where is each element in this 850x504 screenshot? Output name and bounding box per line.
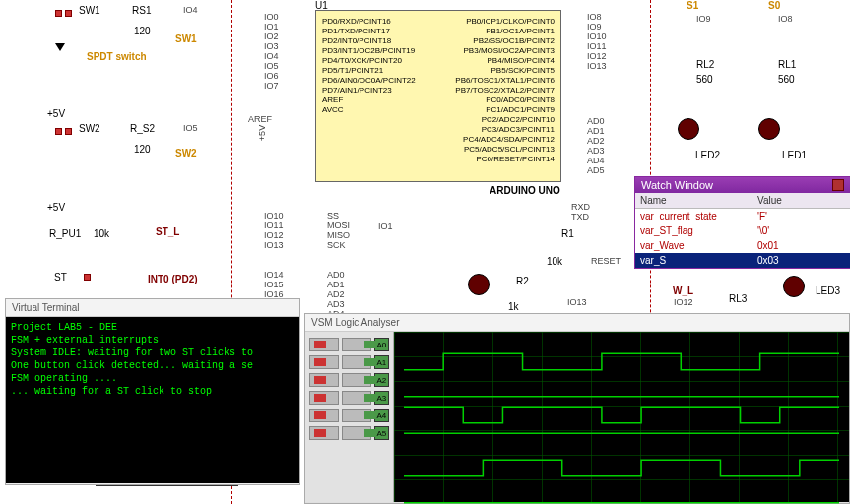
net-io: IO10 — [264, 211, 284, 220]
net-io: IO13 — [264, 240, 284, 250]
sw2-caption: SW2 — [175, 148, 197, 158]
watch-var-name: var_S — [635, 253, 752, 268]
part-rl1: RL1 — [778, 59, 796, 70]
virtual-terminal-window[interactable]: Virtual Terminal Project LAB5 - DEE FSM … — [5, 298, 300, 485]
watch-var-value: 0x03 — [752, 253, 850, 268]
part-r1-value: 10k — [547, 256, 562, 267]
la-slider[interactable] — [309, 426, 339, 440]
net-ad: AD2 — [587, 136, 605, 146]
net-5v: +5V — [47, 202, 65, 213]
part-rs1: RS1 — [132, 5, 151, 16]
la-channel-controls[interactable]: A0A1A2A3A4A5 — [305, 332, 394, 502]
la-channel[interactable]: A5 — [309, 426, 389, 440]
net-io: IO1 — [264, 22, 279, 32]
col-name: Name — [635, 193, 752, 208]
net-io: IO9 — [587, 22, 602, 32]
watch-row[interactable]: var_ST_flag'\0' — [635, 223, 850, 238]
net-io: IO6 — [264, 71, 279, 81]
part-r1: R1 — [561, 228, 574, 239]
logic-analyser-window[interactable]: VSM Logic Analyser A0A1A2A3A4A5 — [304, 313, 850, 504]
net-ad: AD4 — [587, 156, 605, 165]
part-r2: R2 — [516, 276, 529, 286]
net-io: IO0 — [264, 12, 279, 22]
net-io: IO10 — [587, 32, 607, 41]
la-channel[interactable]: A4 — [309, 409, 389, 422]
net-io: IO13 — [587, 61, 607, 71]
vt-titlebar[interactable]: Virtual Terminal — [6, 299, 299, 317]
net-io: IO12 — [264, 230, 284, 240]
la-slider[interactable] — [309, 338, 339, 351]
watch-row[interactable]: var_current_state'F' — [635, 209, 850, 223]
net-io4: IO4 — [183, 5, 198, 15]
pad-icon — [65, 10, 72, 17]
watch-row[interactable]: var_S0x03 — [635, 253, 850, 268]
watch-row[interactable]: var_Wave0x01 — [635, 238, 850, 253]
part-rl2: RL2 — [696, 59, 714, 70]
la-slider[interactable] — [342, 338, 371, 351]
net: AD2 — [327, 289, 345, 299]
la-channel[interactable]: A2 — [309, 373, 389, 387]
la-slider[interactable] — [342, 355, 371, 369]
la-titlebar[interactable]: VSM Logic Analyser — [305, 314, 849, 332]
net-io: IO1 — [378, 221, 393, 231]
watch-header: Name Value — [635, 193, 850, 209]
part-r_pu1: R_PU1 — [49, 228, 81, 239]
watch-titlebar[interactable]: Watch Window — [635, 177, 850, 193]
gnd-icon — [55, 43, 65, 51]
la-trace — [404, 376, 839, 401]
net: MISO — [327, 230, 350, 240]
la-channel[interactable]: A1 — [309, 355, 389, 369]
net-io: IO12 — [587, 51, 607, 61]
net-io: IO13 — [567, 297, 587, 307]
mcu-chip[interactable]: PD0/RXD/PCINT16PD1/TXD/PCINT17 PD2/INT0/… — [315, 10, 561, 182]
la-channel[interactable]: A0 — [309, 338, 389, 351]
net-io: IO8 — [778, 14, 793, 24]
net-io: IO3 — [264, 41, 279, 51]
net-ad: AD0 — [587, 116, 605, 126]
la-slider[interactable] — [309, 409, 339, 422]
la-channel[interactable]: A3 — [309, 391, 389, 405]
la-slider[interactable] — [309, 373, 339, 387]
la-channel-tag: A5 — [374, 426, 389, 440]
la-channel-tag: A0 — [374, 338, 389, 351]
part-sw2: SW2 — [79, 123, 100, 134]
net-io: IO2 — [264, 32, 279, 41]
part-rs1-value: 120 — [134, 26, 151, 36]
part-led2: LED2 — [695, 150, 720, 160]
la-slider[interactable] — [309, 391, 339, 405]
net-io: IO8 — [587, 12, 602, 22]
led2-icon — [678, 118, 699, 140]
part-r_s2-value: 120 — [134, 144, 151, 155]
la-scope[interactable] — [394, 332, 849, 502]
net: RXD — [571, 202, 590, 212]
net-io: IO4 — [264, 51, 279, 61]
la-slider[interactable] — [342, 426, 371, 440]
part-r_pu1-value: 10k — [94, 228, 109, 239]
la-channel-tag: A4 — [374, 409, 389, 422]
la-channel-tag: A3 — [374, 391, 389, 405]
net-5v: +5V — [47, 108, 65, 119]
net-st_l: ST_L — [156, 226, 179, 237]
la-slider[interactable] — [309, 355, 339, 369]
la-slider[interactable] — [342, 391, 371, 405]
close-icon[interactable] — [832, 179, 844, 191]
part-sw1: SW1 — [79, 5, 100, 16]
la-slider[interactable] — [342, 373, 371, 387]
net-io5: IO5 — [183, 123, 198, 133]
la-slider[interactable] — [342, 409, 371, 422]
net-w_l: W_L — [673, 285, 693, 296]
pad-icon — [84, 274, 91, 281]
net-ad: AD1 — [587, 126, 605, 136]
vt-output: Project LAB5 - DEE FSM + external interr… — [6, 317, 299, 483]
sw1-caption: SW1 — [175, 33, 197, 44]
pad-icon — [55, 10, 62, 17]
la-trace — [404, 429, 839, 454]
net-s1: S1 — [687, 0, 698, 11]
la-channel-tag: A1 — [374, 355, 389, 369]
net-int0: INT0 (PD2) — [148, 274, 198, 284]
watch-window[interactable]: Watch Window Name Value var_current_stat… — [634, 176, 850, 269]
la-trace — [404, 403, 839, 427]
part-led3: LED3 — [816, 285, 840, 296]
pad-icon — [55, 128, 62, 135]
part-r_s2: R_S2 — [130, 123, 155, 134]
